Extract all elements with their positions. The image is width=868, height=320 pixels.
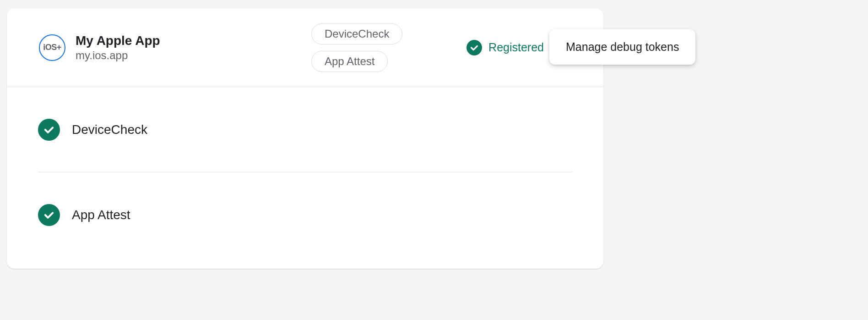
registration-status: Registered bbox=[467, 40, 544, 55]
menu-item-manage-debug-tokens[interactable]: Manage debug tokens bbox=[566, 40, 679, 54]
ios-plus-icon: iOS+ bbox=[39, 34, 65, 61]
chip-devicecheck: DeviceCheck bbox=[311, 23, 402, 44]
app-header: iOS+ My Apple App my.ios.app DeviceCheck… bbox=[7, 8, 603, 87]
check-circle-icon bbox=[38, 204, 60, 226]
app-icon-label: iOS+ bbox=[43, 43, 61, 52]
provider-row-devicecheck[interactable]: DeviceCheck bbox=[38, 87, 572, 172]
app-name: My Apple App bbox=[76, 33, 160, 49]
provider-list: DeviceCheck App Attest bbox=[7, 87, 603, 258]
provider-row-app-attest[interactable]: App Attest bbox=[38, 172, 572, 258]
check-circle-icon bbox=[38, 119, 60, 141]
app-card: iOS+ My Apple App my.ios.app DeviceCheck… bbox=[7, 8, 603, 269]
status-label: Registered bbox=[488, 41, 544, 54]
provider-chips: DeviceCheck App Attest bbox=[311, 23, 402, 72]
chip-app-attest: App Attest bbox=[311, 51, 388, 72]
provider-name: App Attest bbox=[72, 208, 130, 222]
app-info: My Apple App my.ios.app bbox=[76, 33, 160, 62]
context-menu: Manage debug tokens bbox=[549, 29, 695, 65]
provider-name: DeviceCheck bbox=[72, 122, 147, 137]
check-circle-icon bbox=[467, 40, 482, 55]
app-bundle-id: my.ios.app bbox=[76, 49, 160, 62]
